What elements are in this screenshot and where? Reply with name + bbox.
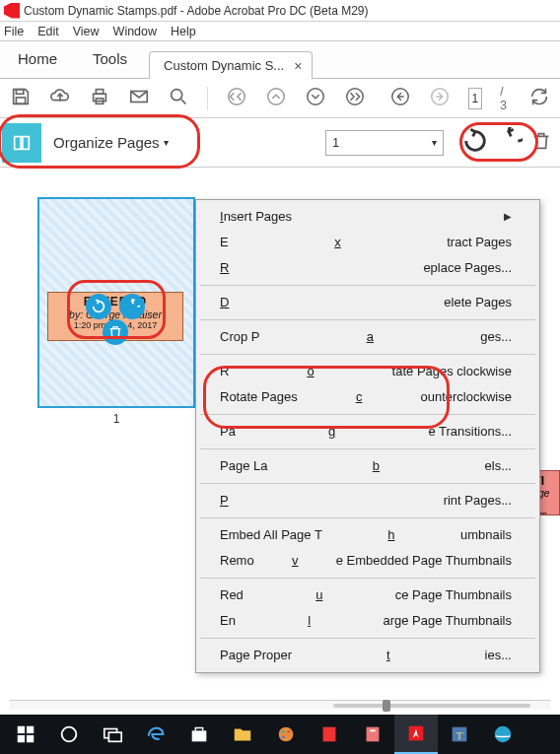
svg-rect-26 bbox=[323, 727, 336, 742]
caret-down-icon: ▾ bbox=[432, 137, 437, 148]
windows-taskbar: T bbox=[0, 715, 560, 754]
page-down-icon[interactable] bbox=[305, 86, 326, 110]
menu-replace-pages[interactable]: Replace Pages... bbox=[196, 255, 539, 281]
rotate-ccw-button[interactable] bbox=[461, 127, 489, 158]
thumbnails-workspace: ENTERED by: George F Kaiser 1:20 pm, Jan… bbox=[0, 168, 560, 710]
taskbar-app-icon[interactable] bbox=[308, 715, 351, 754]
mail-icon[interactable] bbox=[128, 86, 150, 110]
svg-point-22 bbox=[279, 727, 294, 742]
close-icon[interactable]: × bbox=[294, 52, 302, 80]
app-icon bbox=[4, 3, 20, 19]
stamp-header: ENTERED bbox=[48, 295, 182, 308]
menu-separator bbox=[200, 285, 535, 286]
cortana-button[interactable] bbox=[47, 715, 91, 754]
delete-icon[interactable] bbox=[530, 130, 552, 155]
organize-bar: Organize Pages ▾ 1 ▾ bbox=[0, 118, 560, 168]
taskbar-app2-icon[interactable] bbox=[351, 715, 394, 754]
taskbar-acrobat-icon[interactable] bbox=[394, 715, 438, 754]
taskbar-explorer-icon[interactable] bbox=[221, 715, 264, 754]
page-up-icon[interactable] bbox=[265, 86, 287, 110]
start-button[interactable] bbox=[4, 715, 47, 754]
page-total: / 3 bbox=[500, 85, 507, 112]
svg-rect-2 bbox=[94, 94, 106, 101]
taskbar-app4-icon[interactable] bbox=[481, 715, 525, 754]
print-icon[interactable] bbox=[89, 86, 110, 110]
page-first-icon[interactable] bbox=[226, 86, 247, 110]
menu-separator bbox=[200, 578, 535, 579]
menu-separator bbox=[200, 414, 535, 415]
menu-window[interactable]: Window bbox=[113, 25, 157, 38]
menu-page-labels[interactable]: Page Labels... bbox=[196, 453, 539, 479]
save-icon[interactable] bbox=[10, 86, 32, 110]
window-title: Custom Dynamic Stamps.pdf - Adobe Acroba… bbox=[24, 4, 368, 18]
organize-label: Organize Pages bbox=[53, 134, 160, 151]
taskbar-edge-icon[interactable] bbox=[134, 715, 177, 754]
zoom-slider[interactable] bbox=[10, 700, 550, 710]
menu-print-pages[interactable]: Print Pages... bbox=[196, 488, 539, 514]
page-thumbnail[interactable]: ENTERED by: George F Kaiser 1:20 pm, Jan… bbox=[37, 197, 195, 426]
page-selector-dropdown[interactable]: 1 ▾ bbox=[325, 130, 444, 156]
page-last-icon[interactable] bbox=[344, 86, 366, 110]
context-menu: Insert Pages ▶ Extract Pages Replace Pag… bbox=[195, 199, 540, 673]
organize-pages-button[interactable]: Organize Pages ▾ bbox=[53, 134, 169, 151]
menu-delete-pages[interactable]: Delete Pages bbox=[196, 290, 539, 315]
menu-embed-thumbnails[interactable]: Embed All Page Thumbnails bbox=[196, 522, 539, 548]
menu-file[interactable]: File bbox=[4, 25, 24, 38]
thumbnail-delete-button[interactable] bbox=[103, 319, 128, 345]
menu-reduce-thumbnails[interactable]: Reduce Page Thumbnails bbox=[196, 583, 539, 608]
menu-page-transitions[interactable]: Page Transitions... bbox=[196, 419, 539, 445]
thumbnail-rotate-cw-button[interactable] bbox=[119, 294, 145, 319]
menu-insert-pages[interactable]: Insert Pages ▶ bbox=[196, 204, 539, 230]
nav-forward-icon[interactable] bbox=[429, 86, 451, 110]
page-selector-value: 1 bbox=[332, 135, 339, 150]
svg-point-9 bbox=[307, 89, 323, 105]
taskbar-app3-icon[interactable]: T bbox=[438, 715, 481, 754]
page-number-input[interactable]: 1 bbox=[468, 88, 483, 109]
svg-point-6 bbox=[172, 90, 182, 101]
svg-rect-14 bbox=[23, 136, 29, 149]
tab-file[interactable]: Custom Dynamic S... × bbox=[149, 51, 313, 79]
tab-file-label: Custom Dynamic S... bbox=[164, 52, 284, 80]
svg-rect-15 bbox=[18, 726, 25, 733]
menu-separator bbox=[200, 517, 535, 518]
search-icon[interactable] bbox=[168, 86, 189, 110]
task-view-button[interactable] bbox=[91, 715, 134, 754]
menu-enlarge-thumbnails[interactable]: Enlarge Page Thumbnails bbox=[196, 608, 539, 634]
submenu-arrow-icon: ▶ bbox=[504, 204, 512, 230]
svg-point-19 bbox=[62, 727, 77, 742]
menu-separator bbox=[200, 448, 535, 449]
title-bar: Custom Dynamic Stamps.pdf - Adobe Acroba… bbox=[0, 0, 560, 22]
svg-rect-1 bbox=[16, 98, 25, 103]
taskbar-store-icon[interactable] bbox=[177, 715, 221, 754]
svg-rect-13 bbox=[15, 136, 21, 149]
organize-icon[interactable] bbox=[2, 123, 41, 163]
refresh-icon[interactable] bbox=[528, 86, 550, 110]
svg-rect-3 bbox=[96, 90, 103, 95]
tab-tools[interactable]: Tools bbox=[75, 40, 145, 78]
menu-rotate-ccw[interactable]: Rotate Pages counterclockwise bbox=[196, 384, 539, 410]
menu-edit[interactable]: Edit bbox=[37, 25, 59, 38]
svg-rect-28 bbox=[370, 729, 376, 731]
menu-extract-pages[interactable]: Extract Pages bbox=[196, 230, 539, 255]
menu-help[interactable]: Help bbox=[171, 25, 196, 38]
nav-back-icon[interactable] bbox=[389, 86, 411, 110]
menu-page-properties[interactable]: Page Properties... bbox=[196, 643, 539, 668]
menu-view[interactable]: View bbox=[73, 25, 100, 38]
menu-separator bbox=[200, 483, 535, 484]
taskbar-paint-icon[interactable] bbox=[264, 715, 308, 754]
svg-rect-16 bbox=[27, 726, 34, 733]
svg-point-8 bbox=[267, 89, 284, 105]
thumbnail-index: 1 bbox=[37, 412, 195, 426]
cloud-upload-icon[interactable] bbox=[49, 86, 71, 110]
toolbar-separator bbox=[207, 87, 208, 110]
menu-separator bbox=[200, 638, 535, 639]
menu-crop-pages[interactable]: Crop Pages... bbox=[196, 324, 539, 350]
rotate-cw-button[interactable] bbox=[495, 127, 523, 158]
svg-text:T: T bbox=[456, 729, 463, 741]
menu-remove-embedded-thumbnails[interactable]: Remove Embedded Page Thumbnails bbox=[196, 548, 539, 574]
tab-home[interactable]: Home bbox=[0, 40, 75, 78]
menu-rotate-cw[interactable]: Rotate Pages clockwise bbox=[196, 359, 539, 384]
thumbnail-rotate-ccw-button[interactable] bbox=[86, 294, 111, 319]
tab-strip: Home Tools Custom Dynamic S... × bbox=[0, 41, 560, 79]
svg-rect-21 bbox=[108, 732, 121, 741]
